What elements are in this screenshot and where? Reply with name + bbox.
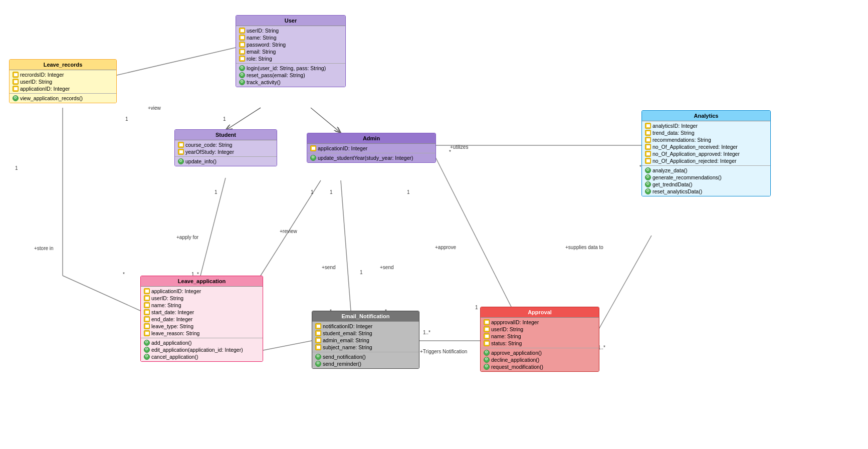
field-icon xyxy=(239,42,245,48)
svg-line-7 xyxy=(341,180,351,311)
method-icon xyxy=(239,72,245,78)
svg-line-9 xyxy=(435,155,511,307)
field-icon xyxy=(315,330,321,336)
field-icon xyxy=(239,56,245,62)
label-view: +view xyxy=(148,105,161,111)
class-email-attrs: notificationID: Integer student_email: S… xyxy=(312,322,419,352)
field-icon xyxy=(239,28,245,34)
svg-line-4 xyxy=(63,276,140,311)
field-icon xyxy=(645,130,651,136)
field-icon xyxy=(645,151,651,157)
field-icon xyxy=(484,333,490,339)
label-triggers: +Triggers Notification xyxy=(420,349,467,354)
class-analytics-attrs: analyticsID: Integer trend_data: String … xyxy=(642,121,770,166)
label-1i: 1 xyxy=(475,305,478,310)
field-icon xyxy=(315,344,321,350)
field-icon xyxy=(645,158,651,164)
class-student-attrs: course_code: String yearOfStudy: Integer xyxy=(175,140,277,157)
field-icon xyxy=(484,340,490,346)
class-user-title: User xyxy=(236,16,345,26)
class-leave-app-attrs: applicationID: Integer userID: String na… xyxy=(141,287,263,338)
label-1f: 1 xyxy=(330,189,333,195)
diagram-container: +view 1 1 +store in * 1 +apply for 1 1..… xyxy=(0,0,868,449)
field-icon xyxy=(13,79,19,85)
class-admin: Admin applicationID: Integer update_stud… xyxy=(307,133,436,163)
class-leave-application: Leave_application applicationID: Integer… xyxy=(140,276,263,362)
field-icon xyxy=(144,323,150,329)
class-analytics: Analytics analyticsID: Integer trend_dat… xyxy=(641,110,771,196)
class-leave-records-title: Leave_records xyxy=(10,60,116,70)
field-icon xyxy=(310,145,316,151)
method-icon xyxy=(13,95,19,101)
class-student: Student course_code: String yearOfStudy:… xyxy=(174,129,277,166)
method-icon xyxy=(645,188,651,194)
field-icon xyxy=(144,288,150,294)
field-icon xyxy=(484,326,490,332)
label-star1: * xyxy=(123,272,125,277)
class-approval-methods: approve_application() decline_applicatio… xyxy=(481,348,599,371)
field-icon xyxy=(315,337,321,343)
method-icon xyxy=(315,361,321,367)
field-icon xyxy=(484,319,490,325)
field-icon xyxy=(144,302,150,308)
class-student-methods: update_info() xyxy=(175,157,277,166)
field-icon xyxy=(178,142,184,148)
field-icon xyxy=(239,35,245,41)
label-send2: +send xyxy=(380,265,394,270)
field-icon xyxy=(645,123,651,129)
field-icon xyxy=(144,309,150,315)
connectors-svg xyxy=(0,0,868,449)
label-1c: 1 xyxy=(15,165,18,171)
field-icon xyxy=(645,144,651,150)
method-icon xyxy=(315,354,321,360)
field-icon xyxy=(13,86,19,92)
class-leave-app-title: Leave_application xyxy=(141,276,263,287)
label-1d: 1 xyxy=(214,189,218,195)
label-utilizes: +utilizes xyxy=(450,144,468,150)
svg-line-8 xyxy=(261,341,312,351)
class-approval-title: Approval xyxy=(481,307,599,318)
method-icon xyxy=(310,155,316,161)
field-icon xyxy=(144,295,150,301)
class-leave-app-methods: add_application() edit_application(appli… xyxy=(141,338,263,361)
label-store-in: +store in xyxy=(34,246,54,251)
class-analytics-title: Analytics xyxy=(642,111,770,121)
label-star4: * xyxy=(449,149,451,155)
field-icon xyxy=(144,330,150,336)
field-icon xyxy=(144,316,150,322)
label-1e: 1 xyxy=(311,189,314,195)
class-user-methods: login(user_id: String, pass: String) res… xyxy=(236,64,345,87)
label-1g: 1 xyxy=(360,270,363,275)
label-approve: +approve xyxy=(435,245,456,250)
class-email-title: Email_Notification xyxy=(312,311,419,322)
label-review: +review xyxy=(280,229,297,234)
method-icon xyxy=(484,350,490,356)
class-admin-methods: update_studentYear(study_year: Integer) xyxy=(307,153,436,162)
method-icon xyxy=(144,354,150,360)
method-icon xyxy=(484,364,490,370)
field-icon xyxy=(239,49,245,55)
class-email-methods: send_notification() send_reminder() xyxy=(312,352,419,368)
method-icon xyxy=(239,79,245,85)
class-user: User userID: String name: String passwor… xyxy=(236,15,346,87)
field-icon xyxy=(645,137,651,143)
label-1h: 1 xyxy=(407,189,410,195)
class-approval-attrs: appprovalID: Integer userID: String name… xyxy=(481,318,599,348)
svg-line-5 xyxy=(200,178,226,276)
class-leave-records-methods: view_application_records() xyxy=(10,94,116,103)
label-apply: +apply for xyxy=(176,235,198,240)
class-email-notification: Email_Notification notificationID: Integ… xyxy=(312,311,419,369)
svg-line-2 xyxy=(311,108,341,133)
class-student-title: Student xyxy=(175,130,277,140)
class-leave-records: Leave_records recrordsID: Integer userID… xyxy=(9,59,117,103)
label-1b: 1 xyxy=(223,116,226,122)
class-admin-title: Admin xyxy=(307,133,436,144)
field-icon xyxy=(178,149,184,155)
class-admin-attrs: applicationID: Integer xyxy=(307,144,436,153)
label-supplies: +supplies data to xyxy=(565,245,603,250)
method-icon xyxy=(645,181,651,187)
svg-line-1 xyxy=(226,108,261,130)
method-icon xyxy=(178,158,184,164)
method-icon xyxy=(645,174,651,180)
method-icon xyxy=(239,65,245,71)
